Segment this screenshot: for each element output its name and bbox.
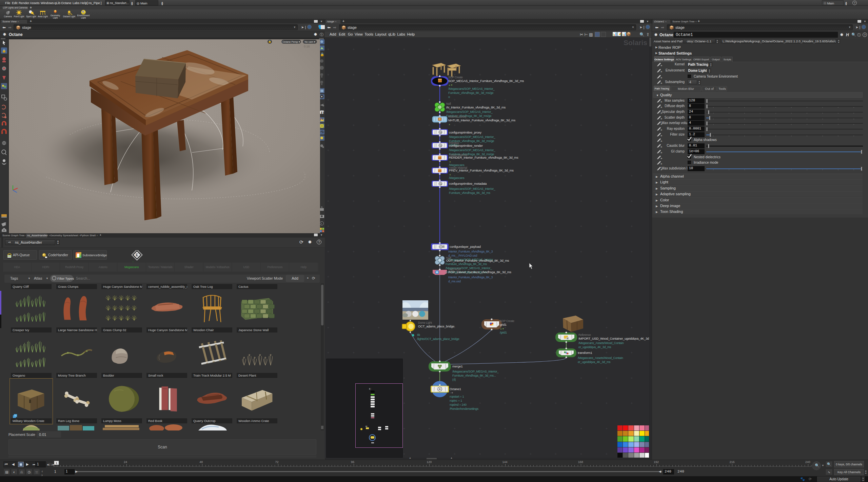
svg-text:i: i bbox=[321, 222, 322, 225]
svg-text:Distant Light: Distant Light bbox=[63, 15, 75, 18]
svg-text:▮▮: ▮▮ bbox=[366, 425, 368, 427]
svg-text:▮▯: ▮▯ bbox=[369, 388, 371, 390]
svg-text:Area Light: Area Light bbox=[38, 15, 48, 18]
svg-text:E: E bbox=[136, 253, 138, 257]
svg-text:Light: Light bbox=[53, 17, 58, 19]
svg-text:Camera: Camera bbox=[4, 15, 12, 18]
svg-text:Point Light: Point Light bbox=[14, 15, 24, 18]
svg-text:Environment: Environment bbox=[77, 14, 90, 17]
svg-text:Spot Light: Spot Light bbox=[26, 15, 36, 18]
svg-text:🔒: 🔒 bbox=[2, 48, 6, 53]
svg-text:🔒: 🔒 bbox=[320, 52, 324, 57]
svg-text:Light: Light bbox=[81, 17, 86, 19]
svg-text:❚❚: ❚❚ bbox=[321, 111, 325, 114]
